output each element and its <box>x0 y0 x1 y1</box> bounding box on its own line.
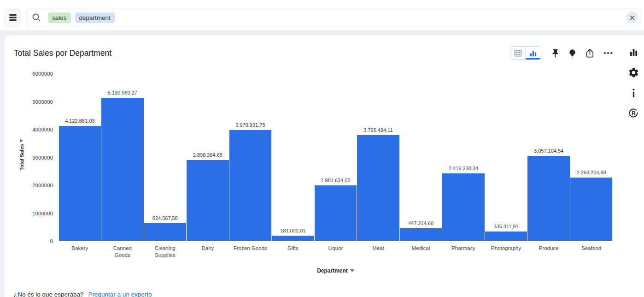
x-axis-title[interactable]: Department <box>59 267 613 274</box>
bar-value-label: 1.981.634,00 <box>321 178 350 183</box>
gear-icon <box>628 67 639 78</box>
bar[interactable]: 447.214,60 <box>400 228 442 241</box>
more-options-button[interactable] <box>603 48 614 59</box>
bar-value-label: 3.970.931,75 <box>235 122 265 128</box>
r-badge-icon: R <box>628 107 639 119</box>
r-badge-button[interactable]: R <box>628 107 639 119</box>
chart-settings-button[interactable] <box>628 66 639 78</box>
x-category-label: Medical <box>400 245 442 259</box>
right-rail: R <box>626 46 640 119</box>
x-category-label: Bakery <box>59 245 101 259</box>
bar[interactable]: 4.122.881,03 <box>59 126 101 241</box>
x-category-label: Meat <box>357 245 399 259</box>
y-tick-label: 2000000 <box>32 183 53 188</box>
bar[interactable]: 335.311,91 <box>485 232 527 241</box>
bar-column: 624.567,58 <box>144 74 187 241</box>
x-category-label: Produce <box>527 245 570 259</box>
close-icon <box>630 15 635 20</box>
search-token[interactable]: sales <box>48 12 71 23</box>
bar[interactable]: 3.057.104,54 <box>527 156 570 241</box>
y-tick-label: 5000000 <box>32 99 53 105</box>
y-axis: 6000000500000040000003000000200000010000… <box>5 74 53 241</box>
bar[interactable]: 3.795.494,11 <box>357 135 399 241</box>
insights-button[interactable] <box>568 48 577 58</box>
x-category-label: Liquor <box>315 245 357 259</box>
x-category-label: Seafood <box>570 245 613 259</box>
caret-down-icon <box>350 269 354 272</box>
bar-column: 4.122.881,03 <box>59 74 101 241</box>
bar-column: 2.263.204,98 <box>570 74 613 241</box>
x-category-label: Pharmacy <box>442 245 485 259</box>
bar-column: 3.057.104,54 <box>527 74 570 241</box>
view-toggle-group <box>510 46 541 60</box>
bar[interactable]: 1.981.634,00 <box>315 185 357 241</box>
bar[interactable]: 2.898.284,65 <box>187 160 229 241</box>
bar[interactable]: 2.416.230,34 <box>442 173 485 241</box>
lightbulb-icon <box>568 48 577 58</box>
bar-column: 181.022,01 <box>272 74 314 241</box>
plot-area: 4.122.881,035.130.960,27624.567,582.898.… <box>59 74 613 241</box>
bar-column: 2.416.230,34 <box>442 74 485 241</box>
chart-type-button[interactable] <box>628 46 639 58</box>
info-icon <box>632 88 636 98</box>
bar[interactable]: 181.022,01 <box>272 236 314 241</box>
svg-text:R: R <box>632 110 636 117</box>
bar-chart-icon <box>529 49 538 58</box>
y-tick-label: 6000000 <box>32 71 53 77</box>
ask-expert-link[interactable]: Preguntar a un experto <box>88 291 152 297</box>
x-category-label: Frozen Goods <box>229 245 272 259</box>
x-axis-title-label: Department <box>317 267 348 274</box>
clear-search-button[interactable] <box>626 12 638 24</box>
share-button[interactable] <box>585 48 595 59</box>
search-bar[interactable]: sales department <box>26 9 641 26</box>
x-category-label: Photography <box>485 245 527 259</box>
y-axis-title: Total Sales <box>19 144 24 170</box>
y-tick-label: 4000000 <box>32 127 53 132</box>
bar-value-label: 3.795.494,11 <box>363 127 392 133</box>
bar-value-label: 5.130.960,27 <box>108 90 137 95</box>
bar-value-label: 2.263.204,98 <box>577 170 606 175</box>
pin-icon <box>550 48 560 58</box>
info-button[interactable] <box>632 87 636 99</box>
bar-column: 1.981.634,00 <box>315 74 357 241</box>
table-view-button[interactable] <box>510 47 526 59</box>
share-icon <box>585 48 595 59</box>
answer-card: Total Sales por Department <box>5 36 644 297</box>
bar-column: 335.311,91 <box>485 74 527 241</box>
bar-value-label: 335.311,91 <box>493 224 518 229</box>
x-category-label: Dairy <box>187 245 229 259</box>
bar[interactable]: 5.130.960,27 <box>101 98 144 241</box>
answer-title: Total Sales por Department <box>14 48 111 58</box>
bar-value-label: 2.898.284,65 <box>193 152 222 158</box>
ellipsis-icon <box>603 48 614 59</box>
x-category-label: Canned Goods <box>101 245 144 259</box>
top-bar: sales department <box>0 0 644 31</box>
y-tick-label: 3000000 <box>32 155 53 160</box>
x-category-label: Cleaning Supplies <box>144 245 187 259</box>
pin-button[interactable] <box>550 48 560 58</box>
bar-column: 5.130.960,27 <box>101 74 144 241</box>
footer-prompt: ¿No es lo que esperaba? <box>14 291 84 297</box>
search-token[interactable]: department <box>75 12 115 23</box>
bar-value-label: 181.022,01 <box>280 228 305 233</box>
answer-footer: ¿No es lo que esperaba? Preguntar a un e… <box>14 291 152 297</box>
bar-column: 3.970.931,75 <box>229 74 272 241</box>
bar[interactable]: 3.970.931,75 <box>229 130 272 241</box>
bar-column: 447.214,60 <box>400 74 442 241</box>
bar-value-label: 2.416.230,34 <box>449 166 478 171</box>
bar-value-label: 624.567,58 <box>152 215 178 221</box>
bar[interactable]: 2.263.204,98 <box>570 178 613 241</box>
y-tick-label: 1000000 <box>32 211 53 216</box>
chart-view-button[interactable] <box>526 47 541 59</box>
y-axis-caret-icon <box>20 139 23 143</box>
data-source-stack-icon <box>9 14 17 21</box>
x-axis-labels: BakeryCanned GoodsCleaning SuppliesDairy… <box>59 245 613 259</box>
data-source-button[interactable] <box>5 9 21 26</box>
bar[interactable]: 624.567,58 <box>144 223 187 241</box>
bar-value-label: 447.214,60 <box>408 220 433 226</box>
bar-value-label: 4.122.881,03 <box>65 118 94 124</box>
bar-value-label: 3.057.104,54 <box>534 148 563 154</box>
answer-toolbar <box>510 46 614 60</box>
chart-type-icon <box>628 47 639 58</box>
search-icon <box>31 12 41 23</box>
